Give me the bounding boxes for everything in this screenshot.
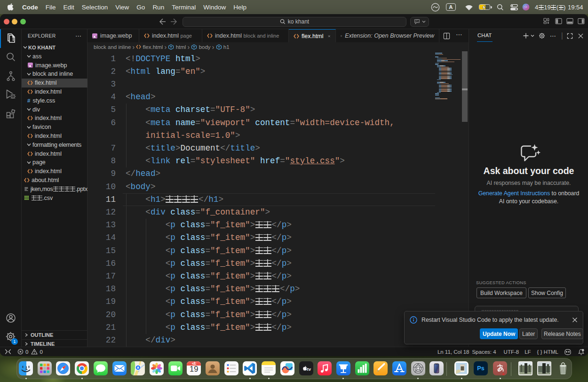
svg-text:tv: tv: [307, 366, 311, 372]
